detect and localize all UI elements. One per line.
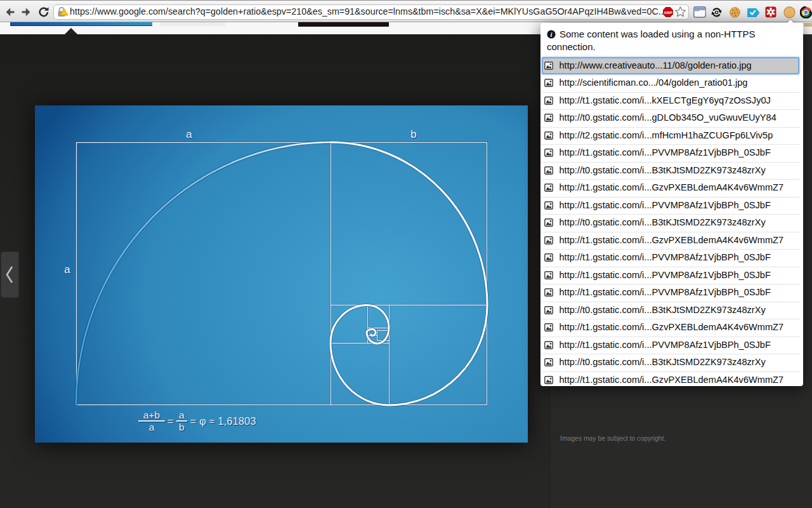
svg-text:b: b bbox=[410, 128, 416, 140]
svg-text:a: a bbox=[186, 128, 192, 140]
svg-text:a: a bbox=[64, 264, 70, 276]
svg-text:ABP: ABP bbox=[664, 10, 672, 15]
